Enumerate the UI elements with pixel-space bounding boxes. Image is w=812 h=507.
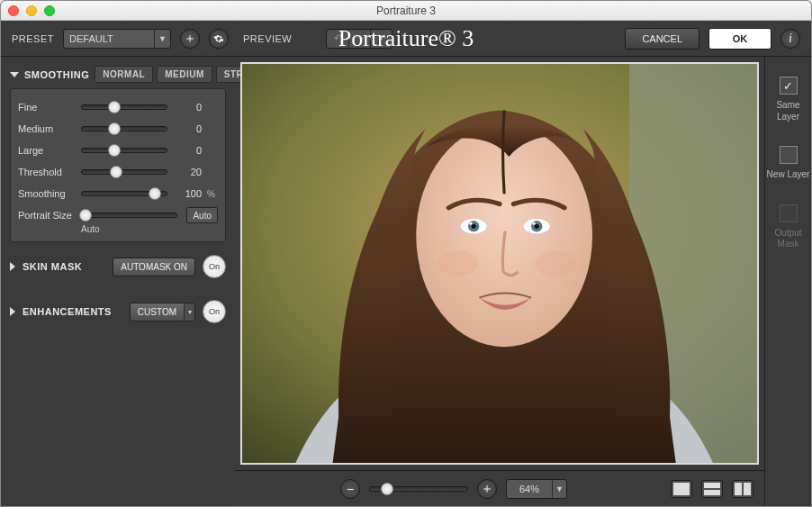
slider-value: 100 xyxy=(173,188,202,199)
main-area: SMOOTHING NORMAL MEDIUM STRONG Fine 0 Me… xyxy=(1,57,811,506)
info-button[interactable]: i xyxy=(780,29,800,49)
slider-label: Smoothing xyxy=(18,188,76,199)
window-title: Portraiture 3 xyxy=(1,5,811,17)
enhancements-section: ENHANCEMENTS CUSTOM ▾ On xyxy=(10,300,226,323)
slider-thumb[interactable] xyxy=(110,166,122,178)
portrait-image xyxy=(242,64,757,463)
zoom-value: 64% xyxy=(507,480,552,498)
slider-value: 0 xyxy=(173,123,202,134)
slider-label: Medium xyxy=(18,123,76,134)
slider-track[interactable] xyxy=(81,148,167,153)
slider-label: Threshold xyxy=(18,167,76,177)
skin-mask-heading: SKIN MASK xyxy=(23,261,82,272)
zoom-in-button[interactable]: ＋ xyxy=(477,479,497,499)
right-panel: ✓ Same Layer ✓ New Layer ✓ Output Mask xyxy=(764,57,811,506)
view-split-horizontal-button[interactable] xyxy=(701,480,723,498)
svg-point-9 xyxy=(535,224,539,229)
smoothing-mode-medium[interactable]: MEDIUM xyxy=(157,66,212,83)
view-split-vertical-button[interactable] xyxy=(732,480,753,498)
skin-mask-toggle[interactable]: On xyxy=(203,255,226,278)
zoom-dropdown[interactable]: 64% ▼ xyxy=(506,479,567,499)
preview-canvas[interactable] xyxy=(240,62,759,465)
smoothing-mode-normal[interactable]: NORMAL xyxy=(95,66,153,83)
zoom-slider[interactable] xyxy=(369,486,468,492)
slider-thumb[interactable] xyxy=(381,483,393,495)
preset-label: PRESET xyxy=(12,33,54,44)
top-toolbar: PRESET DEFAULT ▼ ＋ PREVIEW ↶ ↷ ▼ Portrai… xyxy=(1,21,811,57)
slider-track[interactable] xyxy=(81,213,177,218)
slider-label: Large xyxy=(18,145,76,156)
output-mask-checkbox[interactable]: ✓ xyxy=(780,204,798,222)
output-mask-label: Output Mask xyxy=(765,228,811,250)
slider-large: Large 0 xyxy=(18,140,218,161)
svg-point-11 xyxy=(533,222,536,225)
center-column: − ＋ 64% ▼ xyxy=(235,57,764,506)
automask-button[interactable]: AUTOMASK ON xyxy=(113,258,195,276)
traffic-lights xyxy=(8,5,55,16)
smoothing-sliders: Fine 0 Medium 0 Large 0 xyxy=(10,88,226,242)
enhancements-mode-value: CUSTOM xyxy=(131,303,184,321)
portrait-size-hint: Auto xyxy=(81,224,218,234)
enhancements-mode-dropdown[interactable]: CUSTOM ▾ xyxy=(130,303,195,321)
slider-thumb[interactable] xyxy=(149,187,161,200)
preset-value: DEFAULT xyxy=(64,30,154,48)
slider-label: Portrait Size xyxy=(18,210,76,221)
svg-point-10 xyxy=(470,222,473,225)
minimize-window-icon[interactable] xyxy=(26,5,37,16)
ok-button[interactable]: OK xyxy=(708,28,771,50)
slider-track[interactable] xyxy=(81,104,167,110)
titlebar: Portraiture 3 xyxy=(1,1,811,21)
bottom-toolbar: − ＋ 64% ▼ xyxy=(235,470,764,506)
slider-value: 0 xyxy=(173,102,202,113)
disclosure-triangle-icon[interactable] xyxy=(10,262,15,271)
brand-logo: Portraiture® 3 xyxy=(338,25,474,52)
enhancements-heading: ENHANCEMENTS xyxy=(23,306,112,317)
add-preset-button[interactable]: ＋ xyxy=(180,29,200,49)
slider-thumb[interactable] xyxy=(108,144,121,157)
left-panel: SMOOTHING NORMAL MEDIUM STRONG Fine 0 Me… xyxy=(1,57,235,506)
smoothing-section: SMOOTHING NORMAL MEDIUM STRONG Fine 0 Me… xyxy=(10,66,226,242)
svg-point-12 xyxy=(438,250,478,276)
disclosure-triangle-icon[interactable] xyxy=(10,72,19,77)
skin-mask-section: SKIN MASK AUTOMASK ON On xyxy=(10,255,226,278)
slider-track[interactable] xyxy=(81,169,167,175)
slider-thumb[interactable] xyxy=(108,122,121,135)
chevron-down-icon: ▼ xyxy=(154,30,170,48)
same-layer-checkbox[interactable]: ✓ xyxy=(780,77,798,95)
chevron-down-icon: ▾ xyxy=(184,303,194,321)
svg-point-13 xyxy=(535,250,575,276)
slider-thumb[interactable] xyxy=(108,101,121,113)
slider-thumb[interactable] xyxy=(79,209,92,222)
new-layer-checkbox[interactable]: ✓ xyxy=(780,146,798,164)
auto-button[interactable]: Auto xyxy=(186,207,218,223)
close-window-icon[interactable] xyxy=(8,5,19,16)
slider-track[interactable] xyxy=(81,191,167,196)
chevron-down-icon: ▼ xyxy=(552,480,566,498)
same-layer-label: Same Layer xyxy=(765,100,811,122)
slider-value: 0 xyxy=(173,145,202,156)
slider-fine: Fine 0 xyxy=(18,96,218,118)
preview-label: PREVIEW xyxy=(243,33,292,44)
settings-button[interactable] xyxy=(209,29,229,49)
cancel-button[interactable]: CANCEL xyxy=(625,28,699,50)
slider-label: Fine xyxy=(18,102,76,113)
view-single-button[interactable] xyxy=(671,480,692,498)
slider-value: 20 xyxy=(173,167,202,177)
slider-portrait-size: Portrait Size Auto xyxy=(18,204,218,226)
svg-point-8 xyxy=(472,224,476,229)
app-window: Portraiture 3 PRESET DEFAULT ▼ ＋ PREVIEW… xyxy=(0,0,812,507)
zoom-out-button[interactable]: − xyxy=(340,479,360,499)
slider-threshold: Threshold 20 xyxy=(18,161,218,183)
disclosure-triangle-icon[interactable] xyxy=(10,307,15,316)
slider-track[interactable] xyxy=(81,126,167,131)
zoom-window-icon[interactable] xyxy=(44,5,55,16)
smoothing-heading: SMOOTHING xyxy=(24,69,89,80)
new-layer-label: New Layer xyxy=(767,169,810,181)
slider-unit: % xyxy=(207,189,218,199)
slider-smoothing: Smoothing 100 % xyxy=(18,183,218,204)
enhancements-toggle[interactable]: On xyxy=(203,300,226,323)
preset-dropdown[interactable]: DEFAULT ▼ xyxy=(63,29,171,49)
gear-icon xyxy=(213,33,224,44)
slider-medium: Medium 0 xyxy=(18,118,218,140)
